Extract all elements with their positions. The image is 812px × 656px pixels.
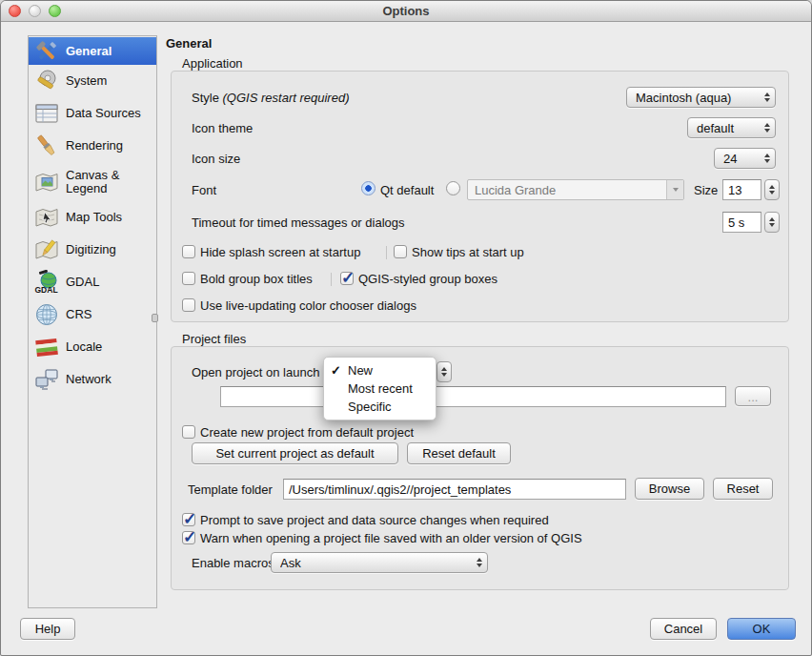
minimize-window-button[interactable] [29, 5, 41, 17]
show-tips-checkbox[interactable] [394, 245, 407, 258]
checkmark-icon: ✓ [331, 361, 341, 379]
template-folder-input[interactable] [283, 479, 626, 500]
prompt-save-checkbox[interactable] [182, 513, 195, 526]
enable-macros-select[interactable]: Ask [271, 552, 488, 573]
font-size-input[interactable] [722, 179, 761, 200]
warn-older-version-checkbox[interactable] [182, 531, 195, 544]
sidebar-item-network[interactable]: Network [29, 363, 156, 396]
timeout-stepper[interactable] [764, 212, 780, 233]
sidebar-item-label: Canvas & Legend [66, 169, 156, 195]
project-files-group-label: Project files [182, 332, 246, 346]
icon-size-select[interactable]: 24 [714, 148, 776, 169]
popup-arrows-icon [760, 123, 775, 133]
sidebar-item-canvas-legend[interactable]: Canvas & Legend [29, 162, 156, 201]
menu-item-most-recent[interactable]: Most recent [324, 379, 436, 398]
live-color-label: Use live-updating color chooser dialogs [200, 298, 416, 313]
browse-template-button[interactable]: Browse [635, 478, 704, 500]
map-pencil-icon [33, 237, 59, 263]
set-current-default-button[interactable]: Set current project as default [192, 442, 398, 464]
icon-theme-value: default [697, 121, 760, 135]
custom-font-radio[interactable] [446, 181, 460, 195]
menu-item-label: Specific [348, 400, 392, 414]
globe-grid-icon [33, 302, 59, 328]
qt-default-radio[interactable] [361, 181, 376, 195]
qgis-styled-label: QGIS-styled group boxes [358, 272, 497, 286]
font-label: Font [192, 183, 216, 197]
reset-template-button[interactable]: Reset [713, 478, 773, 500]
gear-wrench-icon [33, 69, 59, 94]
browse-project-button[interactable]: ... [735, 386, 771, 406]
dropdown-arrow-icon [666, 180, 683, 199]
timeout-label: Timeout for timed messages or dialogs [192, 215, 405, 230]
icon-theme-select[interactable]: default [687, 117, 776, 138]
sidebar-item-system[interactable]: System [29, 65, 156, 97]
enable-macros-label: Enable macros [192, 556, 274, 570]
sidebar-item-label: Digitizing [66, 243, 116, 256]
sidebar-item-label: Network [66, 373, 112, 386]
reset-default-button[interactable]: Reset default [407, 442, 511, 464]
font-family-select[interactable]: Lucida Grande [467, 179, 684, 200]
sidebar-item-general[interactable]: General [29, 37, 156, 65]
popup-arrows-icon [760, 154, 775, 163]
sidebar-item-label: General [66, 45, 112, 58]
live-color-checkbox[interactable] [182, 298, 195, 312]
sidebar-item-data-sources[interactable]: Data Sources [29, 97, 156, 130]
menu-item-new[interactable]: ✓ New [324, 361, 436, 379]
sidebar-item-label: Map Tools [66, 211, 122, 224]
gdal-globe-icon: GDAL [33, 270, 59, 296]
sidebar-item-crs[interactable]: CRS [29, 298, 156, 331]
application-group-label: Application [182, 56, 243, 71]
popup-arrows-icon [760, 92, 775, 102]
hide-splash-checkbox[interactable] [182, 245, 195, 258]
computers-icon [33, 367, 59, 393]
help-button[interactable]: Help [20, 618, 75, 640]
sidebar-item-locale[interactable]: Locale [29, 331, 156, 363]
ok-button[interactable]: OK [727, 618, 796, 640]
timeout-input[interactable] [722, 212, 761, 233]
font-size-label: Size [694, 183, 718, 197]
font-size-stepper[interactable] [764, 179, 780, 200]
sidebar-item-label: CRS [66, 308, 91, 321]
project-path-input[interactable] [220, 386, 726, 407]
splitter-handle[interactable] [152, 314, 158, 322]
cancel-button[interactable]: Cancel [650, 618, 717, 640]
enable-macros-value: Ask [280, 556, 472, 570]
font-family-value: Lucida Grande [475, 183, 556, 197]
hide-splash-label: Hide splash screen at startup [200, 245, 360, 259]
sidebar-item-rendering[interactable]: Rendering [29, 130, 156, 162]
sidebar-item-label: Rendering [66, 139, 123, 153]
open-project-select-arrows[interactable] [436, 361, 452, 382]
page-title: General [166, 36, 212, 51]
options-dialog: Options General System [0, 0, 812, 656]
open-project-dropdown-menu: ✓ New Most recent Specific [323, 357, 436, 420]
flags-icon [33, 335, 59, 360]
sidebar-item-digitizing[interactable]: Digitizing [29, 234, 156, 266]
titlebar[interactable]: Options [1, 1, 811, 22]
divider [386, 246, 387, 259]
popup-arrows-icon [472, 558, 487, 567]
sidebar-item-gdal[interactable]: GDAL GDAL [29, 266, 156, 298]
icon-theme-label: Icon theme [192, 121, 253, 135]
template-folder-label: Template folder [188, 482, 273, 497]
sidebar-item-label: Locale [66, 340, 102, 354]
qt-default-label: Qt default [380, 183, 434, 197]
zoom-window-button[interactable] [49, 5, 61, 17]
sidebar-item-label: Data Sources [66, 107, 141, 120]
bold-group-titles-checkbox[interactable] [182, 272, 195, 285]
style-restart-note: (QGIS restart required) [223, 91, 350, 105]
menu-item-label: New [348, 363, 373, 378]
create-default-project-checkbox[interactable] [182, 425, 195, 439]
sidebar-item-map-tools[interactable]: Map Tools [29, 201, 156, 234]
sidebar-item-label: GDAL [66, 276, 99, 289]
create-default-project-label: Create new project from default project [200, 425, 414, 440]
open-project-label: Open project on launch [192, 365, 319, 379]
qgis-styled-checkbox[interactable] [340, 272, 354, 285]
close-window-button[interactable] [9, 5, 21, 17]
show-tips-label: Show tips at start up [412, 245, 524, 259]
style-select[interactable]: Macintosh (aqua) [626, 87, 776, 108]
divider [331, 273, 332, 286]
style-label: Style (QGIS restart required) [192, 91, 349, 105]
menu-item-specific[interactable]: Specific [324, 398, 436, 416]
paintbrush-icon [33, 133, 59, 159]
tools-icon [33, 38, 59, 64]
